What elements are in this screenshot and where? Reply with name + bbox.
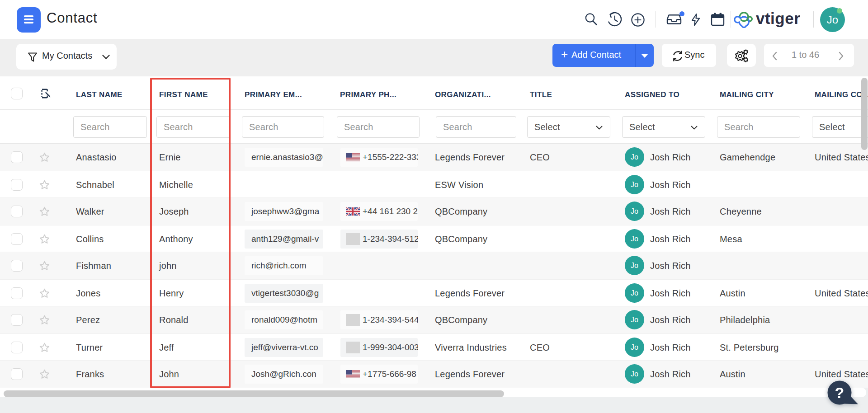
svg-text:?: ?: [835, 384, 844, 401]
